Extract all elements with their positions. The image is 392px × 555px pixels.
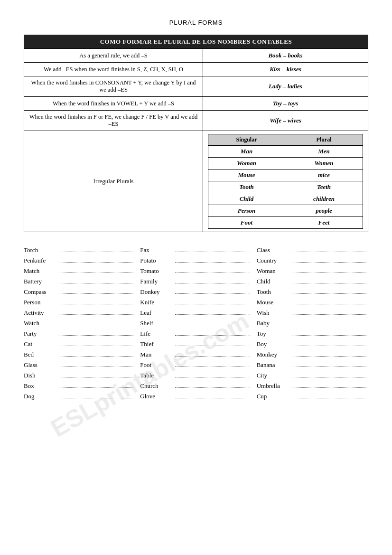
word-label: Table xyxy=(140,372,173,379)
list-item: Glass xyxy=(24,361,135,369)
word-label: Tomato xyxy=(140,267,173,275)
answer-line[interactable] xyxy=(59,387,133,388)
word-label: Toy xyxy=(257,330,290,338)
answer-line[interactable] xyxy=(59,314,133,315)
singular-cell: Tooth xyxy=(208,181,285,193)
answer-line[interactable] xyxy=(175,367,250,367)
answer-line[interactable] xyxy=(292,304,366,304)
answer-line[interactable] xyxy=(292,252,366,252)
answer-line[interactable] xyxy=(175,283,250,283)
answer-line[interactable] xyxy=(292,273,366,273)
answer-line[interactable] xyxy=(59,325,133,325)
word-label: Child xyxy=(257,278,290,285)
answer-line[interactable] xyxy=(175,377,250,377)
list-item: City xyxy=(257,372,368,379)
list-item: Umbrella xyxy=(257,382,368,390)
answer-line[interactable] xyxy=(292,356,366,357)
word-label: Bed xyxy=(24,351,57,358)
answer-line[interactable] xyxy=(292,262,366,263)
rules-table: COMO FORMAR EL PLURAL DE LOS NOMBRES CON… xyxy=(24,35,368,232)
answer-line[interactable] xyxy=(175,273,250,273)
answer-line[interactable] xyxy=(175,346,250,346)
irregular-row-4: Childchildren xyxy=(208,193,363,205)
singular-cell: Woman xyxy=(208,158,285,169)
answer-line[interactable] xyxy=(59,377,133,377)
list-item: Country xyxy=(257,257,368,264)
rule-example: Book – books xyxy=(203,49,368,63)
answer-line[interactable] xyxy=(59,273,133,273)
list-item: Knife xyxy=(140,299,252,306)
answer-line[interactable] xyxy=(292,314,366,315)
list-item: Bed xyxy=(24,351,135,358)
rule-text: When the word finishes in CONSONANT + Y,… xyxy=(24,76,203,97)
irregular-label: Irregular Plurals xyxy=(24,131,203,232)
answer-line[interactable] xyxy=(292,335,366,336)
list-item: Banana xyxy=(257,361,368,369)
answer-line[interactable] xyxy=(59,304,133,304)
answer-line[interactable] xyxy=(175,325,250,325)
answer-line[interactable] xyxy=(175,356,250,357)
singular-cell: Man xyxy=(208,146,285,158)
rule-row-0: As a general rule, we add –SBook – books xyxy=(24,49,368,63)
answer-line[interactable] xyxy=(59,293,133,294)
singular-cell: Child xyxy=(208,193,285,205)
list-item: Man xyxy=(140,351,252,358)
word-label: Person xyxy=(24,299,57,306)
answer-line[interactable] xyxy=(292,293,366,294)
word-label: Match xyxy=(24,267,57,275)
list-item: Church xyxy=(140,382,252,390)
answer-line[interactable] xyxy=(59,335,133,336)
plural-cell: people xyxy=(285,205,363,217)
irregular-table-cell: Singular Plural ManMenWomanWomenMousemic… xyxy=(203,131,368,232)
word-column-1: TorchPenknifeMatchBatteryCompassPersonAc… xyxy=(24,246,135,402)
word-label: Banana xyxy=(257,361,290,369)
answer-line[interactable] xyxy=(292,283,366,283)
answer-line[interactable] xyxy=(175,387,250,388)
answer-line[interactable] xyxy=(59,356,133,357)
answer-line[interactable] xyxy=(175,335,250,336)
answer-line[interactable] xyxy=(292,346,366,346)
answer-line[interactable] xyxy=(175,304,250,304)
list-item: Potato xyxy=(140,257,252,264)
word-label: Baby xyxy=(257,320,290,327)
list-item: Cat xyxy=(24,340,135,348)
word-label: Life xyxy=(140,330,173,338)
answer-line[interactable] xyxy=(59,367,133,367)
answer-line[interactable] xyxy=(59,283,133,283)
answer-line[interactable] xyxy=(59,398,133,398)
plural-header: Plural xyxy=(285,134,363,146)
answer-line[interactable] xyxy=(59,252,133,252)
answer-line[interactable] xyxy=(292,377,366,377)
answer-line[interactable] xyxy=(292,367,366,367)
list-item: Person xyxy=(24,299,135,306)
word-label: Battery xyxy=(24,278,57,285)
list-item: Match xyxy=(24,267,135,275)
answer-line[interactable] xyxy=(175,314,250,315)
answer-line[interactable] xyxy=(292,398,366,398)
answer-line[interactable] xyxy=(292,387,366,388)
answer-line[interactable] xyxy=(59,346,133,346)
word-label: Umbrella xyxy=(257,382,290,390)
plural-cell: Men xyxy=(285,146,363,158)
word-label: Man xyxy=(140,351,173,358)
irregular-row-5: Personpeople xyxy=(208,205,363,217)
table-header-cell: COMO FORMAR EL PLURAL DE LOS NOMBRES CON… xyxy=(24,35,368,49)
answer-line[interactable] xyxy=(175,262,250,263)
list-item: Table xyxy=(140,372,252,379)
answer-line[interactable] xyxy=(59,262,133,263)
answer-line[interactable] xyxy=(175,252,250,252)
irregular-row-6: FootFeet xyxy=(208,217,363,229)
answer-line[interactable] xyxy=(175,293,250,294)
rule-text: We add –ES when the word finishes in S, … xyxy=(24,63,203,76)
word-label: City xyxy=(257,372,290,379)
irregular-inner-table: Singular Plural ManMenWomanWomenMousemic… xyxy=(208,134,363,229)
list-item: Toy xyxy=(257,330,368,338)
list-item: Wish xyxy=(257,309,368,317)
answer-line[interactable] xyxy=(175,398,250,398)
rule-example: Kiss – kisses xyxy=(203,63,368,76)
word-label: Glove xyxy=(140,393,173,400)
word-label: Party xyxy=(24,330,57,338)
plural-cell: children xyxy=(285,193,363,205)
answer-line[interactable] xyxy=(292,325,366,325)
word-label: Wish xyxy=(257,309,290,317)
